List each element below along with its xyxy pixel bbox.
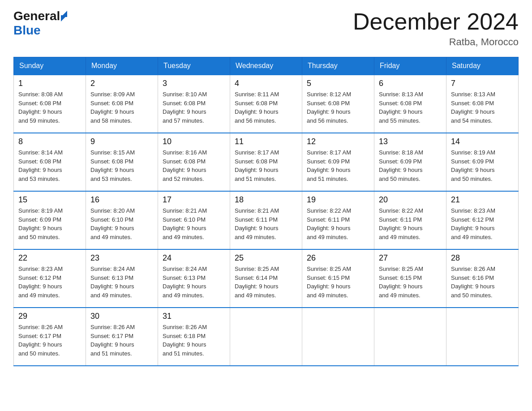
day-number: 14 xyxy=(451,137,514,146)
day-number: 17 xyxy=(163,195,225,205)
day-info: Sunrise: 8:24 AMSunset: 6:13 PMDaylight:… xyxy=(90,265,153,300)
calendar-day-cell: 26Sunrise: 8:25 AMSunset: 6:15 PMDayligh… xyxy=(302,249,374,308)
day-info: Sunrise: 8:13 AMSunset: 6:08 PMDaylight:… xyxy=(379,90,442,125)
day-info: Sunrise: 8:10 AMSunset: 6:08 PMDaylight:… xyxy=(163,90,225,125)
weekday-header: Thursday xyxy=(302,57,374,75)
weekday-header: Friday xyxy=(374,57,446,75)
calendar-day-cell: 8Sunrise: 8:14 AMSunset: 6:08 PMDaylight… xyxy=(14,133,86,191)
day-info: Sunrise: 8:24 AMSunset: 6:13 PMDaylight:… xyxy=(163,265,225,300)
calendar-week-row: 15Sunrise: 8:19 AMSunset: 6:09 PMDayligh… xyxy=(14,191,519,249)
day-number: 19 xyxy=(307,195,369,205)
calendar-day-cell: 6Sunrise: 8:13 AMSunset: 6:08 PMDaylight… xyxy=(374,75,446,133)
day-number: 8 xyxy=(18,137,81,146)
day-number: 27 xyxy=(379,253,442,263)
calendar-day-cell: 28Sunrise: 8:26 AMSunset: 6:16 PMDayligh… xyxy=(446,249,519,308)
calendar-day-cell: 31Sunrise: 8:26 AMSunset: 6:18 PMDayligh… xyxy=(158,308,230,366)
day-number: 4 xyxy=(235,79,297,88)
day-number: 3 xyxy=(163,79,225,88)
day-info: Sunrise: 8:25 AMSunset: 6:15 PMDaylight:… xyxy=(307,265,369,300)
calendar-day-cell: 18Sunrise: 8:21 AMSunset: 6:11 PMDayligh… xyxy=(230,191,302,249)
calendar-day-cell: 11Sunrise: 8:17 AMSunset: 6:08 PMDayligh… xyxy=(230,133,302,191)
calendar-day-cell: 21Sunrise: 8:23 AMSunset: 6:12 PMDayligh… xyxy=(446,191,519,249)
day-number: 18 xyxy=(235,195,297,205)
day-info: Sunrise: 8:21 AMSunset: 6:11 PMDaylight:… xyxy=(235,206,297,241)
calendar-header-row: SundayMondayTuesdayWednesdayThursdayFrid… xyxy=(14,57,519,75)
calendar-day-cell: 20Sunrise: 8:22 AMSunset: 6:11 PMDayligh… xyxy=(374,191,446,249)
day-number: 13 xyxy=(379,137,442,146)
day-info: Sunrise: 8:17 AMSunset: 6:08 PMDaylight:… xyxy=(235,148,297,183)
day-info: Sunrise: 8:26 AMSunset: 6:17 PMDaylight:… xyxy=(90,323,153,358)
day-number: 31 xyxy=(163,312,225,321)
calendar-day-cell xyxy=(230,308,302,366)
calendar-day-cell: 2Sunrise: 8:09 AMSunset: 6:08 PMDaylight… xyxy=(86,75,158,133)
day-info: Sunrise: 8:19 AMSunset: 6:09 PMDaylight:… xyxy=(18,206,81,241)
calendar-day-cell: 1Sunrise: 8:08 AMSunset: 6:08 PMDaylight… xyxy=(14,75,86,133)
day-number: 29 xyxy=(18,312,81,321)
day-info: Sunrise: 8:19 AMSunset: 6:09 PMDaylight:… xyxy=(451,148,514,183)
day-info: Sunrise: 8:18 AMSunset: 6:09 PMDaylight:… xyxy=(379,148,442,183)
day-info: Sunrise: 8:21 AMSunset: 6:10 PMDaylight:… xyxy=(163,206,225,241)
day-number: 20 xyxy=(379,195,442,205)
logo: General Blue xyxy=(13,9,67,38)
day-number: 25 xyxy=(235,253,297,263)
day-number: 26 xyxy=(307,253,369,263)
day-number: 2 xyxy=(90,79,153,88)
calendar-week-row: 29Sunrise: 8:26 AMSunset: 6:17 PMDayligh… xyxy=(14,308,519,366)
calendar-day-cell: 29Sunrise: 8:26 AMSunset: 6:17 PMDayligh… xyxy=(14,308,86,366)
day-info: Sunrise: 8:15 AMSunset: 6:08 PMDaylight:… xyxy=(90,148,153,183)
calendar-day-cell: 10Sunrise: 8:16 AMSunset: 6:08 PMDayligh… xyxy=(158,133,230,191)
day-info: Sunrise: 8:09 AMSunset: 6:08 PMDaylight:… xyxy=(90,90,153,125)
day-info: Sunrise: 8:25 AMSunset: 6:15 PMDaylight:… xyxy=(379,265,442,300)
calendar-day-cell: 30Sunrise: 8:26 AMSunset: 6:17 PMDayligh… xyxy=(86,308,158,366)
day-info: Sunrise: 8:14 AMSunset: 6:08 PMDaylight:… xyxy=(18,148,81,183)
calendar-day-cell: 3Sunrise: 8:10 AMSunset: 6:08 PMDaylight… xyxy=(158,75,230,133)
calendar-day-cell: 16Sunrise: 8:20 AMSunset: 6:10 PMDayligh… xyxy=(86,191,158,249)
calendar-day-cell: 14Sunrise: 8:19 AMSunset: 6:09 PMDayligh… xyxy=(446,133,519,191)
day-info: Sunrise: 8:26 AMSunset: 6:16 PMDaylight:… xyxy=(451,265,514,300)
day-number: 10 xyxy=(163,137,225,146)
day-number: 22 xyxy=(18,253,81,263)
month-title: December 2024 xyxy=(353,9,519,34)
calendar-day-cell xyxy=(446,308,519,366)
calendar-day-cell: 7Sunrise: 8:13 AMSunset: 6:08 PMDaylight… xyxy=(446,75,519,133)
weekday-header: Sunday xyxy=(14,57,86,75)
calendar-day-cell: 24Sunrise: 8:24 AMSunset: 6:13 PMDayligh… xyxy=(158,249,230,308)
calendar-day-cell xyxy=(302,308,374,366)
calendar-day-cell: 4Sunrise: 8:11 AMSunset: 6:08 PMDaylight… xyxy=(230,75,302,133)
calendar-day-cell: 13Sunrise: 8:18 AMSunset: 6:09 PMDayligh… xyxy=(374,133,446,191)
calendar-table: SundayMondayTuesdayWednesdayThursdayFrid… xyxy=(13,57,519,366)
day-info: Sunrise: 8:17 AMSunset: 6:09 PMDaylight:… xyxy=(307,148,369,183)
calendar-day-cell: 5Sunrise: 8:12 AMSunset: 6:08 PMDaylight… xyxy=(302,75,374,133)
day-info: Sunrise: 8:22 AMSunset: 6:11 PMDaylight:… xyxy=(379,206,442,241)
calendar-day-cell: 25Sunrise: 8:25 AMSunset: 6:14 PMDayligh… xyxy=(230,249,302,308)
day-info: Sunrise: 8:23 AMSunset: 6:12 PMDaylight:… xyxy=(18,265,81,300)
day-number: 16 xyxy=(90,195,153,205)
calendar-day-cell: 19Sunrise: 8:22 AMSunset: 6:11 PMDayligh… xyxy=(302,191,374,249)
weekday-header: Wednesday xyxy=(230,57,302,75)
day-number: 24 xyxy=(163,253,225,263)
day-info: Sunrise: 8:11 AMSunset: 6:08 PMDaylight:… xyxy=(235,90,297,125)
calendar-day-cell: 27Sunrise: 8:25 AMSunset: 6:15 PMDayligh… xyxy=(374,249,446,308)
day-number: 11 xyxy=(235,137,297,146)
day-info: Sunrise: 8:26 AMSunset: 6:17 PMDaylight:… xyxy=(18,323,81,358)
day-info: Sunrise: 8:12 AMSunset: 6:08 PMDaylight:… xyxy=(307,90,369,125)
title-block: December 2024 Ratba, Morocco xyxy=(353,9,519,48)
calendar-week-row: 8Sunrise: 8:14 AMSunset: 6:08 PMDaylight… xyxy=(14,133,519,191)
logo-blue: Blue xyxy=(13,23,41,38)
day-number: 15 xyxy=(18,195,81,205)
calendar-day-cell: 15Sunrise: 8:19 AMSunset: 6:09 PMDayligh… xyxy=(14,191,86,249)
calendar-day-cell: 17Sunrise: 8:21 AMSunset: 6:10 PMDayligh… xyxy=(158,191,230,249)
day-number: 7 xyxy=(451,79,514,88)
location-title: Ratba, Morocco xyxy=(353,36,519,48)
calendar-day-cell: 23Sunrise: 8:24 AMSunset: 6:13 PMDayligh… xyxy=(86,249,158,308)
day-number: 30 xyxy=(90,312,153,321)
calendar-day-cell: 12Sunrise: 8:17 AMSunset: 6:09 PMDayligh… xyxy=(302,133,374,191)
calendar-week-row: 1Sunrise: 8:08 AMSunset: 6:08 PMDaylight… xyxy=(14,75,519,133)
calendar-day-cell: 22Sunrise: 8:23 AMSunset: 6:12 PMDayligh… xyxy=(14,249,86,308)
day-number: 28 xyxy=(451,253,514,263)
day-number: 1 xyxy=(18,79,81,88)
day-number: 12 xyxy=(307,137,369,146)
calendar-day-cell xyxy=(374,308,446,366)
day-info: Sunrise: 8:23 AMSunset: 6:12 PMDaylight:… xyxy=(451,206,514,241)
day-info: Sunrise: 8:13 AMSunset: 6:08 PMDaylight:… xyxy=(451,90,514,125)
